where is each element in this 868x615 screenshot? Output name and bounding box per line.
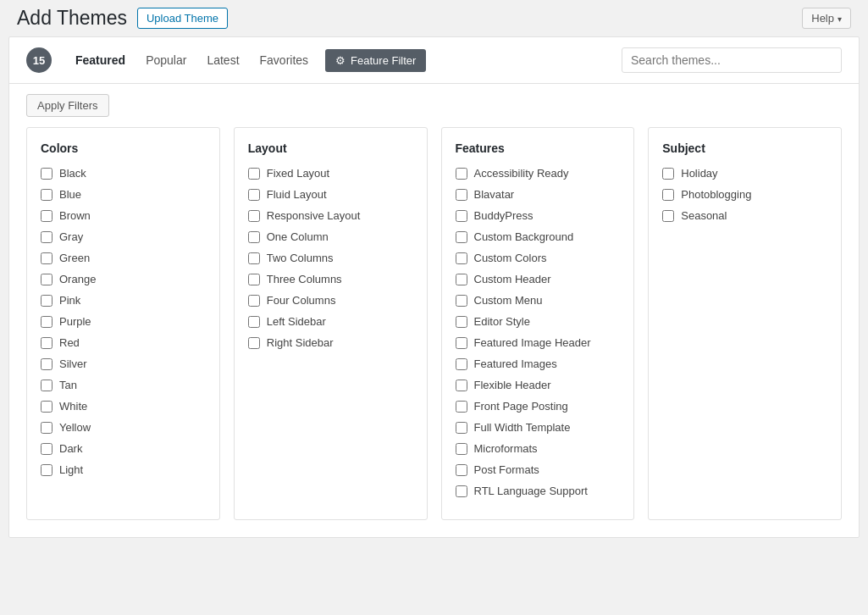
checkbox-brown[interactable] xyxy=(41,210,53,222)
checkbox-green[interactable] xyxy=(41,252,53,264)
checkbox-fluid-layout[interactable] xyxy=(248,189,260,201)
checkbox-fixed-layout[interactable] xyxy=(248,168,260,180)
main-content: 15 Featured Popular Latest Favorites Fea… xyxy=(8,36,860,538)
checkbox-buddypress[interactable] xyxy=(456,210,467,222)
tab-latest[interactable]: Latest xyxy=(196,48,249,72)
list-item: Purple xyxy=(41,315,206,328)
chevron-down-icon xyxy=(838,12,842,25)
checkbox-blue[interactable] xyxy=(41,189,53,201)
subject-title: Subject xyxy=(662,141,827,155)
checkbox-two-columns[interactable] xyxy=(248,252,260,264)
checkbox-front-page-posting[interactable] xyxy=(456,401,467,413)
list-item: Custom Colors xyxy=(456,252,621,264)
checkbox-pink[interactable] xyxy=(41,295,53,307)
checkbox-custom-header[interactable] xyxy=(456,274,467,285)
list-item: Two Columns xyxy=(248,252,413,264)
upload-theme-button[interactable]: Upload Theme xyxy=(137,8,228,29)
features-title: Features xyxy=(456,141,621,155)
top-bar: Add Themes Upload Theme Help xyxy=(0,0,868,36)
checkbox-tan[interactable] xyxy=(41,380,53,391)
list-item: Orange xyxy=(41,273,206,285)
list-item: Gray xyxy=(41,230,206,243)
checkbox-black[interactable] xyxy=(41,168,53,180)
list-item: Holiday xyxy=(662,167,827,180)
checkbox-silver[interactable] xyxy=(41,358,53,370)
list-item: Blavatar xyxy=(456,188,621,201)
checkbox-flexible-header[interactable] xyxy=(456,380,467,391)
apply-filters-button[interactable]: Apply Filters xyxy=(26,94,109,117)
checkbox-rtl-language-support[interactable] xyxy=(456,485,467,497)
list-item: One Column xyxy=(248,230,413,243)
tab-featured[interactable]: Featured xyxy=(65,48,135,72)
list-item: Seasonal xyxy=(662,209,827,222)
list-item: Fluid Layout xyxy=(248,188,413,201)
checkbox-microformats[interactable] xyxy=(456,443,467,455)
tab-popular[interactable]: Popular xyxy=(135,48,196,72)
list-item: Featured Image Header xyxy=(456,336,621,349)
checkbox-custom-colors[interactable] xyxy=(456,252,467,264)
checkbox-yellow[interactable] xyxy=(41,422,53,434)
checkbox-dark[interactable] xyxy=(41,443,53,455)
checkbox-left-sidebar[interactable] xyxy=(248,316,260,328)
list-item: Silver xyxy=(41,357,206,370)
layout-title: Layout xyxy=(248,141,413,155)
list-item: Photoblogging xyxy=(662,188,827,201)
checkbox-blavatar[interactable] xyxy=(456,189,467,201)
checkbox-right-sidebar[interactable] xyxy=(248,337,260,349)
nav-bar: 15 Featured Popular Latest Favorites Fea… xyxy=(9,37,859,84)
list-item: Full Width Template xyxy=(456,421,621,434)
list-item: Light xyxy=(41,463,206,476)
list-item: Brown xyxy=(41,209,206,222)
checkbox-custom-menu[interactable] xyxy=(456,295,467,307)
checkbox-red[interactable] xyxy=(41,337,53,349)
list-item: Custom Menu xyxy=(456,294,621,307)
gear-icon xyxy=(335,54,346,67)
feature-filter-button[interactable]: Feature Filter xyxy=(325,49,426,72)
checkbox-gray[interactable] xyxy=(41,231,53,243)
checkbox-orange[interactable] xyxy=(41,274,53,285)
list-item: Responsive Layout xyxy=(248,209,413,222)
checkbox-editor-style[interactable] xyxy=(456,316,467,328)
checkbox-holiday[interactable] xyxy=(662,168,674,180)
page-title: Add Themes xyxy=(17,7,127,30)
filter-grid: Colors Black Blue Brown Gray Green Orang… xyxy=(9,127,859,537)
nav-tabs: Featured Popular Latest Favorites Featur… xyxy=(65,48,622,72)
list-item: Editor Style xyxy=(456,315,621,328)
checkbox-seasonal[interactable] xyxy=(662,210,674,222)
list-item: Accessibility Ready xyxy=(456,167,621,180)
checkbox-white[interactable] xyxy=(41,401,53,413)
list-item: Flexible Header xyxy=(456,379,621,391)
list-item: Right Sidebar xyxy=(248,336,413,349)
checkbox-featured-image-header[interactable] xyxy=(456,337,467,349)
features-section: Features Accessibility Ready Blavatar Bu… xyxy=(441,127,635,520)
tab-favorites[interactable]: Favorites xyxy=(250,48,319,72)
checkbox-four-columns[interactable] xyxy=(248,295,260,307)
list-item: Green xyxy=(41,252,206,264)
checkbox-featured-images[interactable] xyxy=(456,358,467,370)
checkbox-light[interactable] xyxy=(41,464,53,476)
list-item: Microformats xyxy=(456,442,621,455)
checkbox-custom-background[interactable] xyxy=(456,231,467,243)
list-item: Post Formats xyxy=(456,463,621,476)
colors-title: Colors xyxy=(41,141,206,155)
help-button[interactable]: Help xyxy=(802,8,851,29)
checkbox-accessibility-ready[interactable] xyxy=(456,168,467,180)
search-input[interactable] xyxy=(622,47,842,73)
theme-count-badge: 15 xyxy=(26,47,52,73)
list-item: RTL Language Support xyxy=(456,485,621,497)
checkbox-photoblogging[interactable] xyxy=(662,189,674,201)
checkbox-three-columns[interactable] xyxy=(248,274,260,285)
list-item: Blue xyxy=(41,188,206,201)
list-item: Dark xyxy=(41,442,206,455)
checkbox-one-column[interactable] xyxy=(248,231,260,243)
list-item: Red xyxy=(41,336,206,349)
top-bar-left: Add Themes Upload Theme xyxy=(17,7,228,30)
checkbox-post-formats[interactable] xyxy=(456,464,467,476)
list-item: Left Sidebar xyxy=(248,315,413,328)
checkbox-responsive-layout[interactable] xyxy=(248,210,260,222)
filter-bar: Apply Filters xyxy=(9,84,859,127)
list-item: Fixed Layout xyxy=(248,167,413,180)
layout-section: Layout Fixed Layout Fluid Layout Respons… xyxy=(234,127,428,520)
checkbox-purple[interactable] xyxy=(41,316,53,328)
checkbox-full-width-template[interactable] xyxy=(456,422,467,434)
